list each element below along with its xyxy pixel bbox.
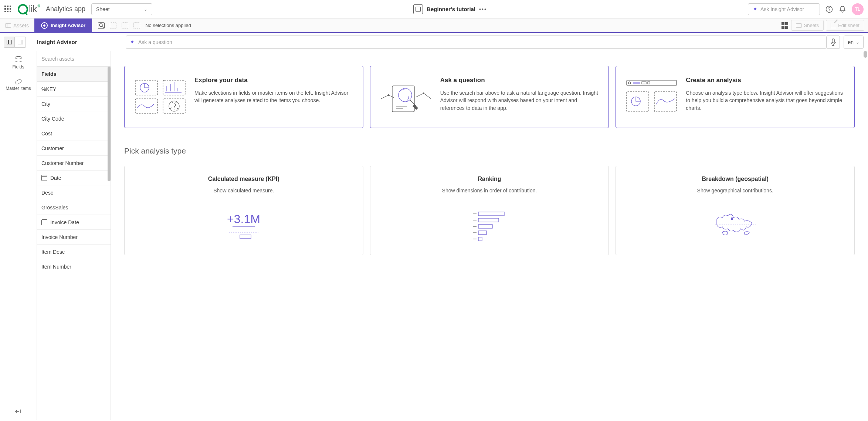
field-item[interactable]: Cost (37, 126, 111, 141)
field-item[interactable]: %KEY (37, 82, 111, 97)
bookmarks-icon[interactable] (781, 21, 789, 30)
assets-button[interactable]: Assets (0, 18, 34, 32)
help-icon[interactable]: ? (825, 5, 833, 13)
rail-master-items[interactable]: Master items (0, 75, 37, 96)
app-launcher-icon[interactable] (4, 6, 12, 13)
field-item[interactable]: City (37, 97, 111, 111)
no-selections-text: No selections applied (145, 23, 191, 28)
analysis-illustration (623, 205, 847, 245)
rail-fields[interactable]: Fields (0, 51, 37, 75)
center-title: Beginner's tutorial ••• (158, 4, 742, 14)
chevron-down-icon: ⌄ (144, 7, 148, 12)
intro-card[interactable]: Ask a questionUse the search bar above t… (370, 66, 609, 128)
intro-card-body: Choose an analysis type below. Insight A… (686, 89, 845, 112)
question-search-box[interactable]: ✦ (126, 36, 827, 49)
app-name: Analytics app (46, 5, 85, 13)
top-bar: lik® Analytics app Sheet ⌄ Beginner's tu… (0, 0, 868, 18)
analysis-illustration (378, 205, 601, 245)
intro-card-body: Use the search bar above to ask a natura… (440, 89, 600, 112)
svg-rect-22 (648, 82, 650, 84)
link-icon (14, 78, 22, 85)
svg-rect-40 (731, 218, 733, 220)
notification-bell-icon[interactable] (838, 5, 847, 13)
intro-card-title: Ask a question (440, 77, 600, 84)
subheader: Insight Advisor ✦ en ⌄ (0, 33, 868, 51)
question-input[interactable] (138, 39, 823, 45)
svg-text:?: ? (828, 7, 831, 12)
intro-card[interactable]: Explore your dataMake selections in fiel… (124, 66, 363, 128)
svg-rect-29 (240, 235, 251, 239)
pencil-icon (831, 23, 836, 28)
svg-rect-35 (478, 225, 492, 228)
analysis-card-title: Calculated measure (KPI) (132, 176, 356, 182)
svg-point-19 (628, 82, 631, 84)
sheet-icon (413, 4, 423, 14)
field-item[interactable]: Customer (37, 141, 111, 156)
analysis-cards: Calculated measure (KPI)Show calculated … (124, 166, 855, 255)
svg-rect-33 (478, 218, 499, 222)
fields-panel: Fields %KEYCityCity CodeCostCustomerCust… (37, 51, 111, 420)
svg-point-14 (388, 94, 389, 96)
field-item[interactable]: Customer Number (37, 156, 111, 171)
sheets-button[interactable]: Sheets (791, 20, 824, 31)
field-item[interactable]: Item Number (37, 259, 111, 274)
collapse-rail-button[interactable] (0, 404, 37, 420)
assets-icon (5, 23, 11, 28)
intro-card-title: Explore your data (194, 77, 354, 84)
analysis-card-subtitle: Show calculated measure. (132, 188, 356, 193)
left-panel-toggle[interactable] (4, 37, 15, 48)
analysis-card[interactable]: RankingShow dimensions in order of contr… (370, 166, 609, 255)
search-assets-input[interactable] (41, 51, 106, 66)
step-back-icon (110, 22, 116, 29)
sheet-dropdown-label: Sheet (96, 6, 110, 12)
svg-point-15 (423, 92, 424, 94)
pick-analysis-title: Pick analysis type (124, 146, 855, 155)
microphone-icon (831, 38, 836, 46)
svg-line-3 (102, 26, 104, 28)
insight-advisor-tab[interactable]: Insight Advisor (34, 18, 92, 32)
calendar-icon (41, 219, 47, 225)
field-item[interactable]: Desc (37, 185, 111, 200)
field-label: Invoice Number (41, 234, 78, 240)
more-menu-icon[interactable]: ••• (479, 6, 487, 12)
fields-scrollbar[interactable] (108, 67, 111, 181)
svg-rect-39 (478, 237, 482, 241)
svg-rect-20 (633, 82, 640, 84)
ask-insight-advisor-button[interactable]: ✦ Ask Insight Advisor (748, 3, 820, 15)
panel-right-icon (18, 40, 23, 44)
svg-rect-37 (478, 231, 486, 235)
user-avatar[interactable]: TL (852, 3, 864, 15)
smart-search-icon[interactable] (98, 22, 105, 29)
chevron-down-icon: ⌄ (856, 40, 859, 45)
collapse-icon (15, 409, 22, 414)
right-panel-toggle[interactable] (15, 37, 26, 48)
svg-text:+3.1M: +3.1M (227, 212, 260, 226)
intro-card[interactable]: Create an analysisChoose an analysis typ… (616, 66, 855, 128)
field-label: Customer Number (41, 160, 84, 166)
svg-point-2 (99, 24, 102, 27)
step-forward-icon (122, 22, 128, 29)
calendar-icon (41, 175, 47, 181)
field-label: Cost (41, 131, 52, 137)
field-item[interactable]: City Code (37, 111, 111, 126)
edit-sheet-label: Edit sheet (838, 23, 859, 28)
field-label: %KEY (41, 86, 56, 92)
analysis-card[interactable]: Calculated measure (KPI)Show calculated … (124, 166, 363, 255)
tutorial-title: Beginner's tutorial (427, 6, 475, 12)
field-label: Desc (41, 190, 53, 196)
analysis-card[interactable]: Breakdown (geospatial)Show geographical … (616, 166, 855, 255)
language-dropdown[interactable]: en ⌄ (844, 36, 864, 49)
field-label: City Code (41, 116, 64, 122)
field-item[interactable]: GrossSales (37, 200, 111, 215)
field-item[interactable]: Invoice Date (37, 215, 111, 230)
field-item[interactable]: Date (37, 171, 111, 185)
svg-rect-31 (478, 212, 504, 216)
microphone-button[interactable] (827, 36, 840, 49)
field-item[interactable]: Item Desc (37, 245, 111, 259)
content-scrollbar[interactable] (864, 51, 867, 58)
edit-sheet-button[interactable]: Edit sheet (826, 20, 864, 31)
field-label: GrossSales (41, 205, 68, 210)
field-item[interactable]: Invoice Number (37, 230, 111, 245)
fields-header: Fields (37, 67, 111, 82)
sheet-dropdown[interactable]: Sheet ⌄ (91, 3, 152, 15)
